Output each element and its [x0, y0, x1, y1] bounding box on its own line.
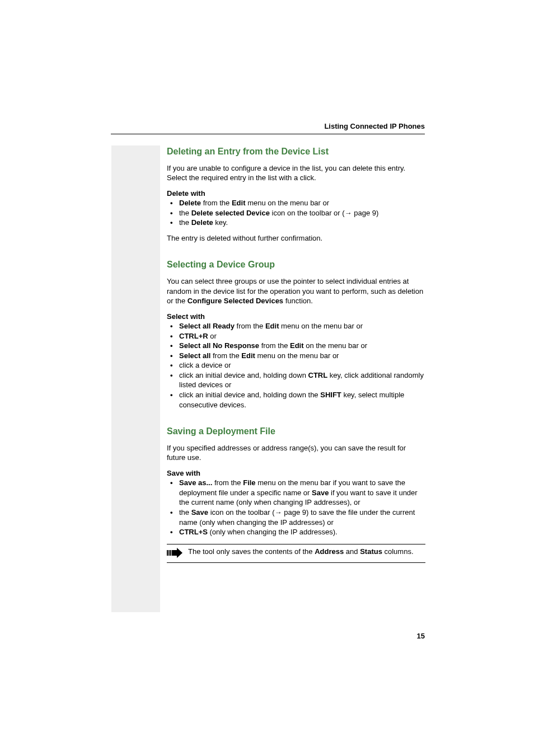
bold-text: Delete selected Device	[191, 209, 270, 217]
bold-text: Select all No Response	[179, 341, 259, 350]
list-item: Select all No Response from the Edit on …	[167, 341, 425, 351]
saving-bullet-list: Save as... from the File menu on the men…	[167, 478, 425, 537]
main-content: Deleting an Entry from the Device List I…	[167, 145, 425, 563]
selecting-subhead: Select with	[167, 312, 425, 322]
text: menu on the menu bar or	[246, 199, 330, 207]
heading-saving: Saving a Deployment File	[167, 425, 425, 438]
list-item: Save as... from the File menu on the men…	[167, 478, 425, 508]
bold-text: Edit	[241, 351, 255, 360]
left-sidebar-margin	[111, 145, 160, 612]
text: click an initial device and, holding dow…	[179, 391, 320, 399]
running-header: Listing Connected IP Phones	[111, 122, 425, 134]
text: from the	[235, 322, 265, 330]
text: the	[179, 508, 191, 516]
text: The tool only saves the contents of the	[188, 547, 315, 556]
text: menu on the menu bar or	[255, 351, 339, 360]
selecting-bullet-list: Select all Ready from the Edit menu on t…	[167, 321, 425, 410]
text: from the	[210, 351, 241, 360]
text: click a device or	[179, 361, 231, 369]
arrow-icon: →	[275, 508, 282, 516]
bold-text: Save as...	[179, 478, 212, 487]
note-arrow-icon	[167, 548, 182, 561]
list-item: the Delete key.	[167, 218, 425, 228]
bold-text: Save	[191, 508, 208, 516]
bold-text: Status	[360, 547, 382, 556]
text: page 9)	[352, 209, 379, 217]
list-item: click a device or	[167, 360, 425, 370]
svg-rect-1	[168, 550, 170, 556]
svg-marker-3	[172, 548, 182, 558]
bold-text: CTRL+R	[179, 332, 208, 340]
bold-text: Delete	[191, 218, 213, 227]
note-block: The tool only saves the contents of the …	[167, 544, 425, 564]
bold-text: Edit	[232, 199, 246, 207]
deleting-subhead: Delete with	[167, 189, 425, 199]
deleting-intro: If you are unable to configure a device …	[167, 163, 425, 183]
bold-text: Select all Ready	[179, 322, 235, 330]
list-item: the Delete selected Device icon on the t…	[167, 208, 425, 218]
deleting-outro: The entry is deleted without further con…	[167, 233, 425, 243]
bold-text: File	[243, 478, 255, 487]
svg-rect-2	[170, 550, 171, 556]
text: the	[179, 218, 191, 227]
list-item: CTRL+R or	[167, 331, 425, 341]
list-item: the Save icon on the toolbar (→ page 9) …	[167, 508, 425, 527]
heading-selecting: Selecting a Device Group	[167, 259, 425, 271]
text: function.	[283, 297, 313, 305]
text: on the menu bar or	[304, 341, 367, 350]
selecting-intro: You can select three groups or use the p…	[167, 276, 425, 306]
list-item: Delete from the Edit menu on the menu ba…	[167, 198, 425, 208]
list-item: Select all Ready from the Edit menu on t…	[167, 321, 425, 331]
bold-text: CTRL+S	[179, 528, 208, 536]
text: icon on the toolbar (	[208, 508, 275, 516]
text: (only when changing the IP addresses).	[208, 528, 338, 536]
bold-text: Configure Selected Devices	[188, 297, 283, 305]
bold-text: Edit	[265, 322, 279, 330]
text: from the	[259, 341, 290, 350]
bold-text: CTRL	[308, 371, 328, 379]
bold-text: Save	[312, 489, 329, 497]
text: and	[344, 547, 360, 556]
heading-deleting: Deleting an Entry from the Device List	[167, 145, 425, 158]
note-text: The tool only saves the contents of the …	[188, 547, 425, 557]
page-number: 15	[417, 632, 425, 640]
bold-text: Select all	[179, 351, 210, 360]
list-item: click an initial device and, holding dow…	[167, 370, 425, 390]
text: icon on the toolbar or (	[270, 209, 345, 217]
bold-text: Address	[315, 547, 344, 556]
text: columns.	[382, 547, 414, 556]
bold-text: Delete	[179, 199, 201, 207]
header-title: Listing Connected IP Phones	[324, 122, 425, 130]
svg-rect-0	[167, 550, 168, 556]
text: from the	[201, 199, 232, 207]
arrow-icon: →	[345, 209, 352, 217]
text: from the	[212, 478, 243, 487]
deleting-bullet-list: Delete from the Edit menu on the menu ba…	[167, 198, 425, 228]
text: or	[208, 332, 217, 340]
list-item: Select all from the Edit menu on the men…	[167, 351, 425, 361]
text: the	[179, 209, 191, 217]
bold-text: SHIFT	[320, 391, 341, 399]
text: menu on the menu bar or	[279, 322, 363, 330]
saving-subhead: Save with	[167, 468, 425, 478]
text: click an initial device and, holding dow…	[179, 371, 308, 379]
text: key.	[213, 218, 228, 227]
list-item: click an initial device and, holding dow…	[167, 390, 425, 410]
saving-intro: If you specified addresses or address ra…	[167, 443, 425, 463]
bold-text: Edit	[290, 341, 304, 350]
list-item: CTRL+S (only when changing the IP addres…	[167, 527, 425, 537]
